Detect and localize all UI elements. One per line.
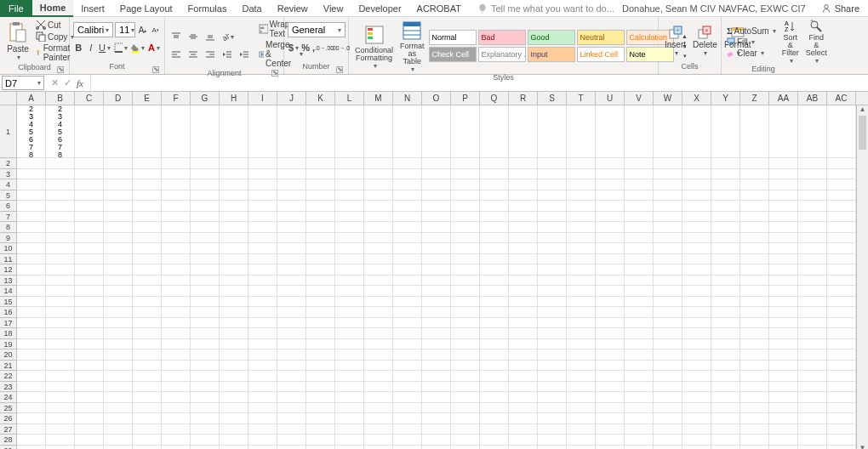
cell-V7[interactable] <box>625 212 654 223</box>
cell-S24[interactable] <box>538 392 567 403</box>
cell-E29[interactable] <box>133 446 162 450</box>
cell-R6[interactable] <box>509 201 538 212</box>
cell-U21[interactable] <box>596 361 625 372</box>
cell-O3[interactable] <box>422 169 451 180</box>
cell-G19[interactable] <box>191 339 220 350</box>
cell-N21[interactable] <box>393 361 422 372</box>
cell-Z11[interactable] <box>740 254 769 265</box>
cell-V11[interactable] <box>625 254 654 265</box>
cell-N28[interactable] <box>393 435 422 446</box>
cell-T14[interactable] <box>567 286 596 297</box>
cell-V1[interactable] <box>625 105 654 158</box>
enter-formula-icon[interactable]: ✓ <box>64 77 71 88</box>
cell-L22[interactable] <box>335 371 364 382</box>
cell-N10[interactable] <box>393 243 422 254</box>
cell-E24[interactable] <box>133 392 162 403</box>
cell-R18[interactable] <box>509 328 538 339</box>
cell-J5[interactable] <box>277 190 306 202</box>
cell-O15[interactable] <box>422 297 451 308</box>
cell-A22[interactable] <box>17 371 46 382</box>
cell-F5[interactable] <box>162 190 191 202</box>
cell-U23[interactable] <box>596 382 625 393</box>
cell-M18[interactable] <box>364 328 393 339</box>
cell-G17[interactable] <box>191 318 220 329</box>
col-header-E[interactable]: E <box>133 92 162 105</box>
cell-J23[interactable] <box>277 382 306 393</box>
cell-H12[interactable] <box>220 264 248 276</box>
cell-H5[interactable] <box>220 190 248 202</box>
cell-L28[interactable] <box>335 435 364 446</box>
cell-H8[interactable] <box>220 222 248 233</box>
tab-insert[interactable]: Insert <box>73 0 112 17</box>
cell-X2[interactable] <box>682 158 711 169</box>
cell-T25[interactable] <box>567 403 596 414</box>
row-header-17[interactable]: 17 <box>0 318 16 329</box>
cell-C29[interactable] <box>75 446 104 450</box>
cell-N22[interactable] <box>393 371 422 382</box>
cell-AA26[interactable] <box>769 413 798 424</box>
cell-style-neutral[interactable]: Neutral <box>577 30 625 45</box>
cell-I14[interactable] <box>248 286 277 297</box>
cell-T16[interactable] <box>567 307 596 318</box>
cell-K21[interactable] <box>306 361 335 372</box>
cell-N16[interactable] <box>393 307 422 318</box>
cell-X25[interactable] <box>682 403 711 414</box>
cell-G4[interactable] <box>191 179 220 190</box>
cell-S17[interactable] <box>538 318 567 329</box>
cell-AC1[interactable] <box>827 105 856 158</box>
cell-O26[interactable] <box>422 413 451 424</box>
cell-AC16[interactable] <box>827 307 856 318</box>
cell-Z2[interactable] <box>740 158 769 169</box>
cell-A8[interactable] <box>17 222 46 233</box>
cell-V26[interactable] <box>625 413 654 424</box>
cell-C18[interactable] <box>75 328 104 339</box>
cell-U22[interactable] <box>596 371 625 382</box>
cell-H15[interactable] <box>220 297 248 308</box>
cell-L19[interactable] <box>335 339 364 350</box>
cell-O22[interactable] <box>422 371 451 382</box>
cell-X23[interactable] <box>682 382 711 393</box>
cell-A21[interactable] <box>17 361 46 372</box>
cell-U28[interactable] <box>596 435 625 446</box>
cell-Q24[interactable] <box>480 392 509 403</box>
cell-T27[interactable] <box>567 424 596 435</box>
cell-Y21[interactable] <box>711 361 740 372</box>
cell-X7[interactable] <box>682 212 711 223</box>
cell-V22[interactable] <box>625 371 654 382</box>
col-header-Z[interactable]: Z <box>740 92 769 105</box>
cell-S13[interactable] <box>538 276 567 287</box>
cell-W18[interactable] <box>654 328 682 339</box>
cell-O10[interactable] <box>422 243 451 254</box>
cell-E17[interactable] <box>133 318 162 329</box>
col-header-G[interactable]: G <box>191 92 220 105</box>
cell-S3[interactable] <box>538 169 567 180</box>
cell-Q3[interactable] <box>480 169 509 180</box>
col-header-D[interactable]: D <box>104 92 133 105</box>
cell-R12[interactable] <box>509 264 538 276</box>
cell-K23[interactable] <box>306 382 335 393</box>
cell-C25[interactable] <box>75 403 104 414</box>
cell-E13[interactable] <box>133 276 162 287</box>
col-header-S[interactable]: S <box>538 92 567 105</box>
cell-B25[interactable] <box>46 403 75 414</box>
cell-J24[interactable] <box>277 392 306 403</box>
cell-O9[interactable] <box>422 233 451 244</box>
cell-P13[interactable] <box>451 276 480 287</box>
row-header-15[interactable]: 15 <box>0 297 16 308</box>
cell-P14[interactable] <box>451 286 480 297</box>
cell-AA8[interactable] <box>769 222 798 233</box>
cell-W19[interactable] <box>654 339 682 350</box>
cell-D6[interactable] <box>104 201 133 212</box>
cell-M23[interactable] <box>364 382 393 393</box>
cell-G10[interactable] <box>191 243 220 254</box>
cell-V15[interactable] <box>625 297 654 308</box>
cell-H24[interactable] <box>220 392 248 403</box>
cell-H4[interactable] <box>220 179 248 190</box>
cell-style-explanatory-[interactable]: Explanatory ... <box>478 47 526 62</box>
cell-Y18[interactable] <box>711 328 740 339</box>
cell-F28[interactable] <box>162 435 191 446</box>
cell-AB5[interactable] <box>798 190 827 202</box>
cell-M4[interactable] <box>364 179 393 190</box>
cell-F10[interactable] <box>162 243 191 254</box>
cell-G14[interactable] <box>191 286 220 297</box>
